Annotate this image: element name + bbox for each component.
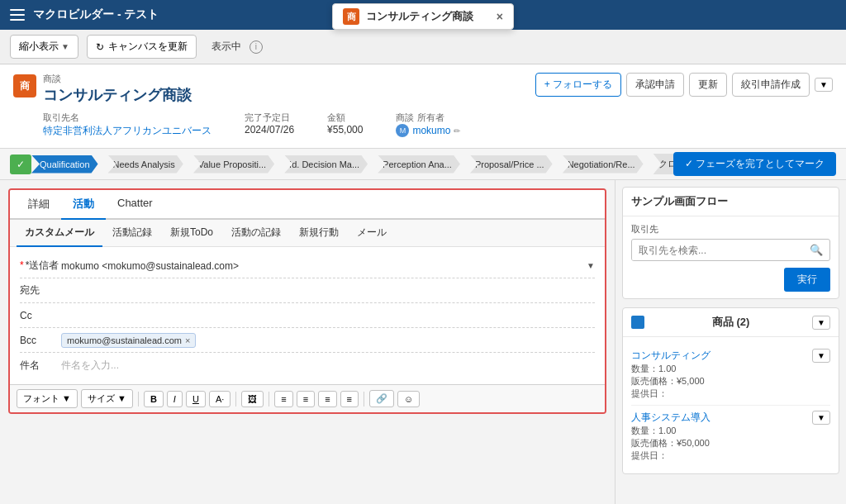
owner-label: 商談 所有者: [396, 112, 460, 124]
email-form: *送信者 mokumo <mokumo@sustainalead.com> ▼ …: [10, 247, 605, 384]
product-expand-0[interactable]: ▼: [812, 349, 830, 363]
product-meta-1: 数量：1.00 販売価格：¥50,000 提供日：: [631, 425, 830, 462]
size-dropdown-button[interactable]: サイズ ▼: [81, 389, 133, 408]
sub-tab-新規ToDo[interactable]: 新規ToDo: [162, 220, 221, 247]
top-nav: マクロビルダー - テスト 商 コンサルティング商談 ×: [0, 0, 846, 30]
tab-icon: 商: [343, 8, 359, 25]
follow-button[interactable]: + フォローする: [535, 73, 621, 97]
emoji-button[interactable]: ☺: [397, 391, 420, 407]
left-panel: 詳細活動Chatter カスタムメール活動記録新規ToDo活動の記録新規行動メー…: [0, 180, 615, 504]
info-icon[interactable]: i: [250, 40, 263, 54]
align-right-button[interactable]: ≡: [318, 391, 336, 407]
from-label: *送信者: [20, 259, 61, 273]
amount-label: 金額: [327, 112, 363, 124]
align-justify-button[interactable]: ≡: [340, 391, 359, 407]
pipeline-stage-2[interactable]: Value Propositi...: [185, 155, 274, 174]
record-meta: 取引先名 特定非営利法人アフリカンユニバース 完了予定日 2024/07/26 …: [13, 112, 833, 138]
toolbar: 縮小表示 ▼ ↻ キャンバスを更新 表示中 i: [0, 30, 846, 64]
meta-owner: 商談 所有者 M mokumo ✏: [396, 112, 460, 138]
pipeline-stage-7[interactable]: クローズ済み: [645, 154, 673, 174]
sub-tab-カスタムメール[interactable]: カスタムメール: [17, 220, 102, 247]
product-expand-1[interactable]: ▼: [812, 411, 830, 425]
align-center-button[interactable]: ≡: [297, 391, 315, 407]
subject-row: 件名 件名を入力...: [20, 353, 595, 378]
product-meta-0: 数量：1.00 販売価格：¥5,000 提供日：: [631, 363, 830, 400]
refresh-button[interactable]: ↻ キャンバスを更新: [87, 35, 197, 59]
pipeline-stage-6[interactable]: Negotiation/Re...: [554, 155, 644, 174]
to-row: 宛先: [20, 278, 595, 303]
owner-info: M mokumo ✏: [396, 124, 460, 137]
bcc-remove-button[interactable]: ×: [185, 335, 190, 345]
close-date-label: 完了予定日: [245, 112, 294, 124]
flow-section-title: サンプル画面フロー: [631, 194, 728, 209]
amount-value: ¥55,000: [327, 124, 363, 136]
owner-avatar: M: [396, 124, 409, 137]
sub-tab-新規行動[interactable]: 新規行動: [291, 220, 347, 247]
floating-tab: 商 コンサルティング商談 ×: [332, 3, 514, 30]
bold-button[interactable]: B: [144, 391, 164, 407]
product-item-0: コンサルティング ▼ 数量：1.00 販売価格：¥5,000 提供日：: [631, 344, 830, 406]
account-search-input[interactable]: [632, 240, 803, 260]
quote-button[interactable]: 絞引申請作成: [732, 73, 810, 97]
account-value[interactable]: 特定非営利法人アフリカンユニバース: [43, 124, 212, 138]
products-section: 商品 (2) ▼ コンサルティング ▼ 数量：1.00 販売価格：¥5,000 …: [622, 307, 839, 474]
record-title: コンサルティング商談: [43, 85, 192, 105]
edit-icon[interactable]: ✏: [454, 126, 460, 136]
pipeline-stage-0[interactable]: Qualification: [31, 155, 98, 174]
record-title-area: 商談 コンサルティング商談: [43, 73, 192, 105]
flow-section-header: サンプル画面フロー: [623, 188, 839, 216]
align-left-button[interactable]: ≡: [274, 391, 292, 407]
actions-dropdown-button[interactable]: ▼: [815, 78, 833, 92]
run-button[interactable]: 実行: [784, 268, 830, 292]
shrink-button[interactable]: 縮小表示 ▼: [10, 35, 78, 59]
font-color-button[interactable]: A·: [209, 391, 231, 407]
bcc-label: Bcc: [20, 335, 61, 346]
owner-name[interactable]: mokumo: [412, 125, 450, 136]
pipeline-stage-1[interactable]: Needs Analysis: [100, 155, 183, 174]
search-icon: 🔍: [803, 240, 829, 260]
from-field: mokumo <mokumo@sustainalead.com> ▼: [61, 260, 595, 272]
pipeline-stage-3[interactable]: Id. Decision Ma...: [276, 155, 368, 174]
panel-tab-Chatter[interactable]: Chatter: [106, 190, 164, 220]
right-panel: サンプル画面フロー 取引先 🔍 実行 商品 (2) ▼: [615, 180, 846, 504]
underline-button[interactable]: U: [186, 391, 206, 407]
from-dropdown-icon[interactable]: ▼: [587, 261, 595, 270]
product-item-1: 人事システム導入 ▼ 数量：1.00 販売価格：¥50,000 提供日：: [631, 406, 830, 467]
record-type-icon: 商: [13, 74, 36, 97]
products-icon: [631, 316, 644, 329]
record-type-label: 商談: [43, 73, 192, 85]
stage-bar: ✓ QualificationNeeds AnalysisValue Propo…: [0, 149, 846, 180]
pipeline-stage-4[interactable]: Perception Ana...: [369, 155, 460, 174]
italic-button[interactable]: I: [167, 391, 183, 407]
tab-close-button[interactable]: ×: [497, 10, 503, 23]
subject-field[interactable]: 件名を入力...: [61, 359, 595, 373]
products-section-header: 商品 (2) ▼: [623, 308, 839, 337]
bcc-row: Bcc mokumo@sustainalead.com ×: [20, 328, 595, 353]
link-button[interactable]: 🔗: [369, 390, 394, 407]
update-button[interactable]: 更新: [689, 73, 727, 97]
image-button[interactable]: 🖼: [241, 391, 264, 407]
product-name-0[interactable]: コンサルティング: [631, 349, 711, 363]
panel-tab-詳細[interactable]: 詳細: [17, 190, 61, 220]
meta-close-date: 完了予定日 2024/07/26: [245, 112, 294, 138]
approval-button[interactable]: 承認申請: [626, 73, 684, 97]
panel-tab-活動[interactable]: 活動: [61, 190, 106, 220]
record-actions: + フォローする 承認申請 更新 絞引申請作成 ▼: [535, 73, 833, 97]
from-value: mokumo <mokumo@sustainalead.com>: [61, 260, 239, 272]
sub-tab-メール[interactable]: メール: [349, 220, 395, 247]
products-collapse-button[interactable]: ▼: [812, 316, 830, 330]
activity-card: 詳細活動Chatter カスタムメール活動記録新規ToDo活動の記録新規行動メー…: [8, 188, 606, 414]
product-name-1[interactable]: 人事システム導入: [631, 411, 711, 425]
complete-stage-button[interactable]: ✓ フェーズを完了としてマーク: [673, 152, 836, 176]
menu-icon[interactable]: [10, 9, 25, 21]
tab-title: コンサルティング商談: [366, 9, 490, 24]
sub-tab-活動記録[interactable]: 活動記録: [104, 220, 160, 247]
sub-tabs: カスタムメール活動記録新規ToDo活動の記録新規行動メール: [10, 220, 605, 247]
sub-tab-活動の記録[interactable]: 活動の記録: [223, 220, 289, 247]
meta-account: 取引先名 特定非営利法人アフリカンユニバース: [43, 112, 212, 138]
body-layout: 詳細活動Chatter カスタムメール活動記録新規ToDo活動の記録新規行動メー…: [0, 180, 846, 504]
pipeline-stage-5[interactable]: Proposal/Price ...: [462, 155, 553, 174]
cc-label: Cc: [20, 310, 61, 321]
bcc-field: mokumo@sustainalead.com ×: [61, 333, 595, 348]
font-dropdown-button[interactable]: フォント ▼: [17, 389, 78, 408]
